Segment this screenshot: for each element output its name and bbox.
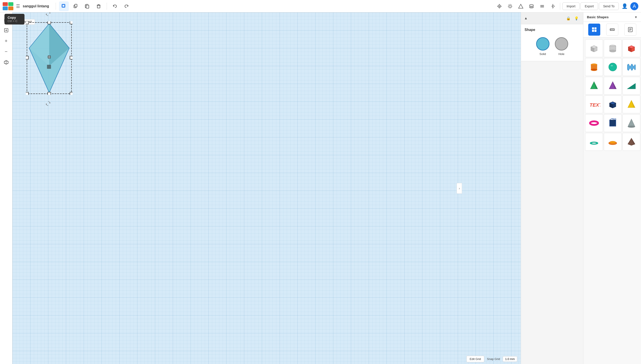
svg-rect-51 [70,92,72,95]
shape-thumb-yellow-pyramid[interactable] [622,96,640,113]
svg-line-22 [511,7,512,8]
svg-rect-49 [70,21,72,24]
canvas-grid [12,12,521,364]
toolbar-separator [56,3,56,10]
fit-button[interactable] [2,26,11,35]
shape-container[interactable] [26,21,72,96]
svg-rect-56 [592,28,594,30]
logo-k [8,6,13,10]
canvas-area[interactable]: FRONT [12,12,521,364]
shape-thumb-red-cube[interactable] [622,40,640,57]
shapes-dropdown-button[interactable]: ▼ [634,15,638,19]
align-button[interactable] [537,1,547,11]
snap-grid-label: Snap Grid [487,357,500,361]
topbar: ☰ sanggul lintang [0,0,641,12]
shape-thumb-red-text[interactable]: TEXT [585,96,603,113]
undo-button[interactable] [110,1,120,11]
main-area: + − FRONT [0,12,641,364]
shape-thumb-navy-cube2[interactable] [604,114,622,132]
panel-up-arrow[interactable]: ▲ [524,16,528,20]
copy-button[interactable] [70,1,80,11]
3d-view-button[interactable] [2,58,11,67]
kite-shape[interactable] [26,21,72,95]
zoom-in-button[interactable]: + [2,36,11,46]
shape-thumb-navy-box[interactable] [604,96,622,113]
mirror-button[interactable] [548,1,558,11]
logo-t [3,2,8,6]
shape-thumb-pink-torus[interactable] [585,114,603,132]
hole-option[interactable]: Hole [555,37,568,56]
shapes-library-panel: Basic Shapes ▼ [583,12,641,364]
shape-thumb-gray-box[interactable] [585,40,603,57]
svg-point-82 [591,68,597,71]
panel-light-button[interactable]: 💡 [573,15,580,22]
send-to-button[interactable]: Send To [599,2,619,10]
edit-grid-button[interactable]: Edit Grid [466,356,484,362]
select-button[interactable] [59,1,69,11]
zoom-out-button[interactable]: − [2,47,11,56]
view-icon-button[interactable] [494,1,504,11]
svg-point-26 [530,4,534,6]
svg-point-104 [628,126,635,128]
shape-outline-button[interactable] [516,1,526,11]
svg-rect-48 [26,21,28,24]
import-button[interactable]: Import [562,2,580,10]
panel-lock-button[interactable]: 🔒 [565,15,572,22]
shape-thumb-gray-cylinder[interactable] [604,40,622,57]
svg-point-16 [509,5,511,7]
home-button[interactable] [2,15,11,24]
svg-line-100 [610,119,612,120]
snap-grid-value[interactable]: 1.0 mm [503,356,517,362]
svg-rect-53 [26,56,28,59]
shape-thumb-orange-cylinder[interactable] [585,58,603,76]
export-button[interactable]: Export [580,2,598,10]
shape-thumb-purple-pyramid[interactable] [604,77,622,94]
rotate-handle-bottom[interactable] [45,100,52,107]
svg-rect-6 [86,5,89,8]
paste-button[interactable] [82,1,92,11]
svg-line-21 [508,4,509,5]
shape-thumb-teal-ring[interactable] [585,133,603,151]
panel-header-icons: 🔒 💡 [565,15,580,22]
svg-rect-3 [75,4,77,7]
layers-button[interactable] [526,1,536,11]
svg-rect-58 [592,30,594,32]
shape-thumb-orange-torus[interactable] [604,133,622,151]
shape-properties-panel: ▲ 🔒 💡 Shape Solid Hole [521,12,583,364]
hole-circle [555,37,568,50]
project-menu-icon[interactable]: ☰ [16,4,20,9]
svg-marker-103 [628,119,635,127]
add-user-button[interactable]: 👤 [620,1,630,11]
light-icon-button[interactable] [505,1,515,11]
shape-thumb-teal-sphere[interactable] [604,58,622,76]
shapes-library-title: Basic Shapes [587,15,609,19]
svg-line-23 [508,7,509,8]
solid-option[interactable]: Solid [536,37,550,56]
shape-options: Solid Hole [524,36,580,58]
solid-circle [536,37,550,50]
notes-view-button[interactable] [624,24,636,36]
delete-button[interactable] [94,1,104,11]
svg-point-84 [611,65,613,66]
svg-point-11 [499,6,500,7]
shape-thumb-brown-shape[interactable] [622,133,640,151]
svg-point-106 [592,142,596,144]
shape-thumb-blue-wavy[interactable] [622,58,640,76]
toolbar-separator-3 [560,3,560,10]
bottom-bar: Edit Grid Snap Grid 1.0 mm [365,354,521,364]
redo-button[interactable] [122,1,131,11]
panel-collapse-button[interactable]: › [457,183,462,194]
shape-thumb-green-pyramid[interactable] [585,77,603,94]
shape-thumb-gray-cone[interactable] [622,114,640,132]
svg-rect-55 [48,92,51,95]
user-avatar-button[interactable]: A [630,2,638,10]
measure-view-button[interactable] [606,24,618,36]
svg-rect-98 [610,120,616,126]
solid-label: Solid [540,52,546,56]
grid-view-button[interactable] [588,24,600,36]
svg-point-108 [610,141,616,143]
shape-thumb-teal-wedge[interactable] [622,77,640,94]
rotate-handle-top[interactable] [45,12,52,17]
shape-panel-header: Shape [524,28,580,32]
svg-marker-109 [628,138,635,146]
